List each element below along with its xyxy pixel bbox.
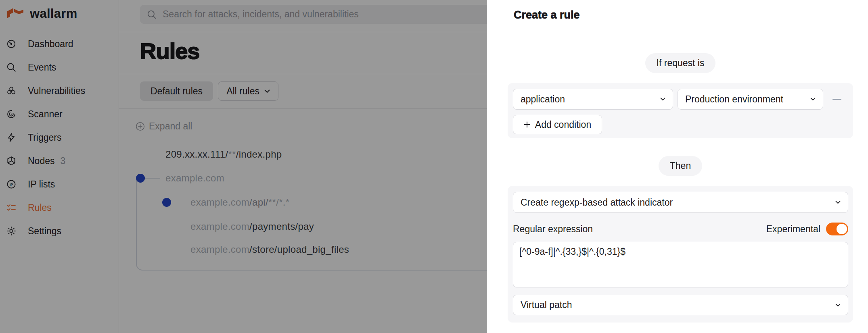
regex-label-row: Regular expression Experimental bbox=[513, 220, 848, 238]
condition-value: Production environment bbox=[685, 94, 783, 105]
regex-input[interactable]: [^0-9a-f]|^.{33,}$|^.{0,31}$ bbox=[513, 242, 848, 287]
add-condition-button[interactable]: Add condition bbox=[513, 115, 602, 134]
drawer-divider bbox=[487, 36, 868, 36]
if-request-pill-wrap: If request is bbox=[508, 53, 853, 73]
action-card: Create regexp-based attack indicator Reg… bbox=[508, 186, 853, 323]
add-condition-label: Add condition bbox=[535, 119, 591, 130]
experimental-label: Experimental bbox=[766, 224, 820, 235]
experimental-toggle[interactable] bbox=[826, 223, 848, 235]
chevron-down-icon bbox=[835, 201, 841, 204]
experimental-group: Experimental bbox=[766, 223, 848, 235]
then-pill: Then bbox=[659, 156, 702, 176]
plus-icon bbox=[524, 121, 530, 128]
condition-field-value: application bbox=[521, 94, 565, 105]
condition-field-select[interactable]: application bbox=[513, 89, 673, 110]
minus-icon bbox=[832, 99, 841, 100]
app-root: wallarm Dashboard Events Vulnerabilities bbox=[0, 0, 868, 333]
chevron-down-icon bbox=[835, 304, 841, 307]
action-type-value: Create regexp-based attack indicator bbox=[521, 197, 673, 208]
attack-point-value: Virtual patch bbox=[521, 300, 572, 310]
drawer-title: Create a rule bbox=[514, 9, 580, 21]
toggle-knob bbox=[837, 224, 847, 234]
action-type-select[interactable]: Create regexp-based attack indicator bbox=[513, 192, 848, 213]
attack-point-select[interactable]: Virtual patch bbox=[513, 295, 848, 315]
condition-card: application Production environment Add c… bbox=[508, 83, 853, 138]
condition-value-select[interactable]: Production environment bbox=[678, 89, 823, 110]
chevron-down-icon bbox=[810, 98, 816, 101]
then-pill-wrap: Then bbox=[508, 156, 853, 176]
create-rule-drawer: Create a rule If request is application … bbox=[487, 0, 868, 333]
regular-expression-label: Regular expression bbox=[513, 224, 593, 235]
modal-backdrop[interactable] bbox=[0, 0, 487, 333]
chevron-down-icon bbox=[660, 98, 665, 101]
remove-condition-button[interactable] bbox=[828, 89, 845, 110]
if-request-pill: If request is bbox=[645, 53, 716, 73]
